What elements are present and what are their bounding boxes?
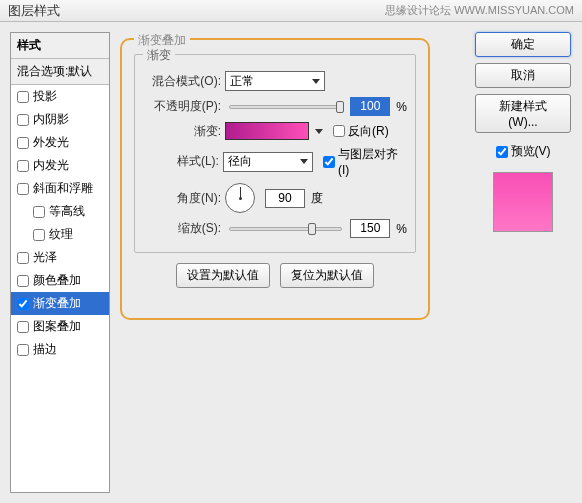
scale-unit: % [396,222,407,236]
sidebar-item-checkbox[interactable] [17,321,29,333]
sidebar-item-0[interactable]: 投影 [11,85,109,108]
style-label: 样式(L): [143,153,219,170]
sidebar-item-checkbox[interactable] [33,206,45,218]
sidebar-item-label: 外发光 [33,134,69,151]
ok-button[interactable]: 确定 [475,32,571,57]
sidebar-item-checkbox[interactable] [17,252,29,264]
gradient-label: 渐变: [143,123,221,140]
sidebar-item-label: 等高线 [49,203,85,220]
window-title: 图层样式 [8,2,60,20]
sidebar-item-1[interactable]: 内阴影 [11,108,109,131]
opacity-label: 不透明度(P): [143,98,221,115]
gradient-inner-group: 渐变 混合模式(O): 正常 不透明度(P): 100 % [134,54,416,253]
opacity-unit: % [396,100,407,114]
angle-dial[interactable] [225,183,255,213]
sidebar-item-checkbox[interactable] [17,275,29,287]
sidebar-item-checkbox[interactable] [17,137,29,149]
angle-unit: 度 [311,190,323,207]
align-checkbox[interactable]: 与图层对齐(I) [323,146,407,177]
sidebar-item-4[interactable]: 斜面和浮雕 [11,177,109,200]
sidebar-item-label: 纹理 [49,226,73,243]
sidebar-item-label: 颜色叠加 [33,272,81,289]
blend-mode-label: 混合模式(O): [143,73,221,90]
layer-style-dialog: 图层样式 思缘设计论坛 WWW.MISSYUAN.COM 样式 混合选项:默认 … [0,0,582,503]
chevron-down-icon [312,79,320,84]
sidebar-item-checkbox[interactable] [17,298,29,310]
sidebar-item-checkbox[interactable] [17,344,29,356]
gradient-legend: 渐变 [143,47,175,64]
window-subtitle: 思缘设计论坛 WWW.MISSYUAN.COM [385,3,574,18]
scale-label: 缩放(S): [143,220,221,237]
sidebar-item-label: 光泽 [33,249,57,266]
set-default-button[interactable]: 设置为默认值 [176,263,270,288]
gradient-overlay-group: 渐变叠加 渐变 混合模式(O): 正常 不透明度(P): 100 % [120,38,430,320]
sidebar-styles-header[interactable]: 样式 [11,33,109,59]
scale-slider[interactable] [229,227,342,231]
preview-swatch [493,172,553,232]
sidebar-item-label: 图案叠加 [33,318,81,335]
sidebar-item-checkbox[interactable] [17,183,29,195]
preview-checkbox[interactable]: 预览(V) [496,143,551,160]
sidebar-item-2[interactable]: 外发光 [11,131,109,154]
styles-sidebar: 样式 混合选项:默认 投影内阴影外发光内发光斜面和浮雕等高线纹理光泽颜色叠加渐变… [10,32,110,493]
sidebar-item-label: 描边 [33,341,57,358]
sidebar-item-6[interactable]: 纹理 [11,223,109,246]
blend-mode-select[interactable]: 正常 [225,71,325,91]
sidebar-item-checkbox[interactable] [17,160,29,172]
sidebar-item-5[interactable]: 等高线 [11,200,109,223]
main-panel: 渐变叠加 渐变 混合模式(O): 正常 不透明度(P): 100 % [118,32,466,493]
cancel-button[interactable]: 取消 [475,63,571,88]
sidebar-item-label: 渐变叠加 [33,295,81,312]
style-select[interactable]: 径向 [223,152,313,172]
opacity-slider[interactable] [229,105,342,109]
chevron-down-icon[interactable] [315,129,323,134]
angle-label: 角度(N): [143,190,221,207]
sidebar-item-label: 内阴影 [33,111,69,128]
new-style-button[interactable]: 新建样式(W)... [475,94,571,133]
sidebar-item-checkbox[interactable] [33,229,45,241]
sidebar-item-label: 投影 [33,88,57,105]
chevron-down-icon [300,159,308,164]
angle-input[interactable]: 90 [265,189,305,208]
titlebar: 图层样式 思缘设计论坛 WWW.MISSYUAN.COM [0,0,582,22]
scale-input[interactable]: 150 [350,219,390,238]
sidebar-item-label: 斜面和浮雕 [33,180,93,197]
reset-default-button[interactable]: 复位为默认值 [280,263,374,288]
sidebar-item-checkbox[interactable] [17,91,29,103]
sidebar-item-label: 内发光 [33,157,69,174]
sidebar-item-3[interactable]: 内发光 [11,154,109,177]
sidebar-item-checkbox[interactable] [17,114,29,126]
sidebar-blend-options[interactable]: 混合选项:默认 [11,59,109,85]
sidebar-item-7[interactable]: 光泽 [11,246,109,269]
sidebar-item-9[interactable]: 渐变叠加 [11,292,109,315]
right-panel: 确定 取消 新建样式(W)... 预览(V) [474,32,572,493]
opacity-input[interactable]: 100 [350,97,390,116]
reverse-checkbox[interactable]: 反向(R) [333,123,389,140]
sidebar-item-8[interactable]: 颜色叠加 [11,269,109,292]
gradient-picker[interactable] [225,122,309,140]
sidebar-item-11[interactable]: 描边 [11,338,109,361]
sidebar-item-10[interactable]: 图案叠加 [11,315,109,338]
